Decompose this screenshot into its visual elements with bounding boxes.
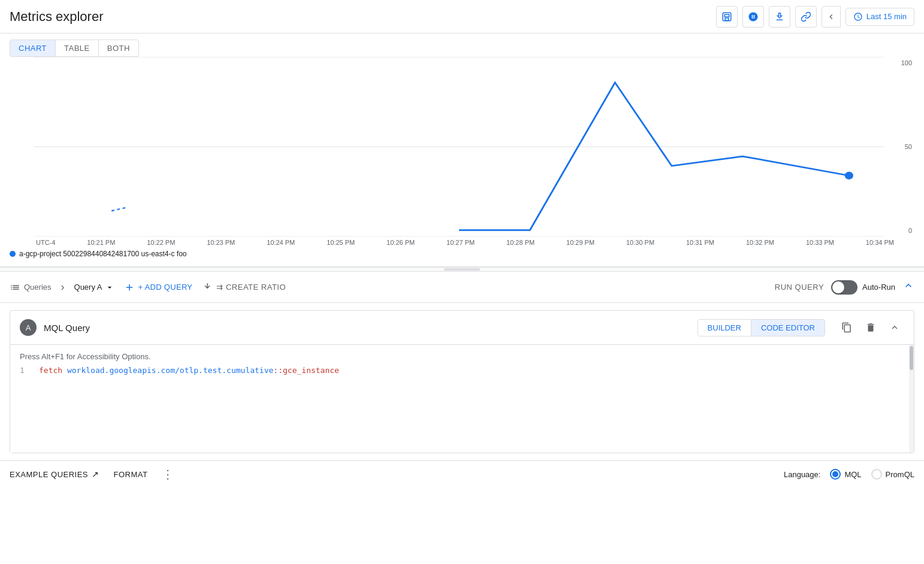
query-selector[interactable]: Query A bbox=[74, 283, 114, 292]
radio-promql[interactable]: PromQL bbox=[871, 469, 914, 480]
vertical-scrollbar[interactable] bbox=[909, 345, 914, 453]
tab-chart[interactable]: CHART bbox=[10, 40, 56, 57]
radio-promql-circle bbox=[871, 469, 882, 480]
chart-area: CHART TABLE BOTH 100 50 0 bbox=[0, 34, 924, 267]
app-header: Metrics explorer bbox=[0, 0, 924, 34]
format-label: FORMAT bbox=[114, 470, 148, 479]
breadcrumb-chevron: › bbox=[61, 281, 65, 293]
radio-mql-inner bbox=[832, 471, 838, 477]
link-icon[interactable] bbox=[795, 6, 817, 28]
code-line-1: 1 fetch workload.googleapis.com/otlp.tes… bbox=[20, 366, 904, 375]
save-dashboard-icon[interactable] bbox=[716, 6, 738, 28]
x-label-10: 10:30 PM bbox=[626, 239, 654, 246]
radio-mql-label: MQL bbox=[844, 470, 861, 479]
y-label-0: 0 bbox=[908, 227, 912, 234]
delete-button[interactable] bbox=[861, 318, 880, 337]
dropdown-icon bbox=[105, 283, 114, 292]
language-selector: Language: MQL PromQL bbox=[784, 469, 914, 480]
header-actions: Last 15 min bbox=[716, 6, 914, 28]
x-label-12: 10:32 PM bbox=[746, 239, 774, 246]
tab-table[interactable]: TABLE bbox=[56, 40, 99, 57]
svg-line-6 bbox=[111, 208, 126, 211]
create-ratio-label: ⇉ CREATE RATIO bbox=[216, 283, 286, 292]
radio-mql-circle bbox=[830, 469, 841, 480]
editor-title: MQL Query bbox=[44, 323, 90, 333]
run-query-button[interactable]: RUN QUERY bbox=[775, 283, 824, 292]
x-label-2: 10:22 PM bbox=[147, 239, 175, 246]
editor-actions bbox=[837, 318, 904, 337]
radio-group: MQL PromQL bbox=[830, 469, 914, 480]
download-icon[interactable] bbox=[769, 6, 790, 28]
x-label-8: 10:28 PM bbox=[506, 239, 535, 246]
language-label: Language: bbox=[784, 470, 820, 479]
x-label-6: 10:26 PM bbox=[386, 239, 415, 246]
tab-both[interactable]: BOTH bbox=[99, 40, 139, 57]
collapse-panel-icon[interactable] bbox=[822, 6, 841, 28]
resize-bar bbox=[444, 268, 480, 271]
queries-nav[interactable]: Queries bbox=[10, 282, 52, 293]
format-button[interactable]: FORMAT bbox=[114, 470, 148, 479]
x-label-13: 10:33 PM bbox=[806, 239, 834, 246]
x-axis: UTC-4 10:21 PM 10:22 PM 10:23 PM 10:24 P… bbox=[0, 236, 924, 246]
code-url: workload.googleapis.com/otlp.test.cumula… bbox=[67, 366, 273, 375]
editor-footer: EXAMPLE QUERIES ↗ FORMAT ⋮ Language: MQL… bbox=[0, 460, 924, 487]
x-label-3: 10:23 PM bbox=[207, 239, 235, 246]
example-queries-label: EXAMPLE QUERIES bbox=[10, 470, 88, 479]
radio-promql-label: PromQL bbox=[886, 470, 914, 479]
x-label-4: 10:24 PM bbox=[267, 239, 295, 246]
page-title: Metrics explorer bbox=[10, 9, 103, 25]
x-label-7: 10:27 PM bbox=[446, 239, 475, 246]
toggle-thumb bbox=[832, 281, 844, 293]
scrollbar-thumb bbox=[910, 346, 913, 370]
add-query-button[interactable]: + ADD QUERY bbox=[124, 282, 193, 293]
auto-run-label: Auto-Run bbox=[862, 283, 895, 292]
y-axis: 100 50 0 bbox=[890, 57, 914, 236]
editor-tab-group: BUILDER CODE EDITOR bbox=[697, 319, 825, 336]
accessibility-hint: Press Alt+F1 for Accessibility Options. bbox=[20, 352, 904, 361]
legend-dot bbox=[10, 251, 16, 257]
create-ratio-button[interactable]: ⇉ CREATE RATIO bbox=[202, 282, 286, 293]
chart-legend: a-gcp-project 5002298440842481700 us-eas… bbox=[0, 246, 924, 262]
example-queries-button[interactable]: EXAMPLE QUERIES ↗ bbox=[10, 469, 99, 479]
add-query-label: + ADD QUERY bbox=[138, 283, 193, 292]
code-separator: :: bbox=[273, 366, 283, 375]
query-avatar: A bbox=[20, 319, 37, 336]
radio-mql[interactable]: MQL bbox=[830, 469, 861, 480]
query-name: Query A bbox=[74, 283, 102, 292]
list-icon bbox=[10, 282, 20, 293]
editor-body[interactable]: Press Alt+F1 for Accessibility Options. … bbox=[10, 345, 914, 453]
code-path: gce_instance bbox=[283, 366, 339, 375]
query-bar-right: RUN QUERY Auto-Run bbox=[775, 280, 914, 295]
chart-svg bbox=[34, 57, 884, 236]
svg-point-7 bbox=[845, 172, 853, 180]
time-range-label: Last 15 min bbox=[866, 12, 907, 21]
expand-collapse-button[interactable] bbox=[885, 318, 904, 337]
code-content-1: fetch workload.googleapis.com/otlp.test.… bbox=[39, 366, 339, 375]
mql-editor-section: A MQL Query BUILDER CODE EDITOR bbox=[10, 310, 914, 453]
ratio-icon bbox=[202, 282, 213, 293]
toggle-track[interactable] bbox=[831, 280, 857, 295]
editor-header: A MQL Query BUILDER CODE EDITOR bbox=[10, 311, 914, 345]
resize-handle[interactable] bbox=[0, 267, 924, 272]
y-label-100: 100 bbox=[901, 59, 912, 66]
queries-label-text: Queries bbox=[24, 283, 52, 292]
x-label-tz: UTC-4 bbox=[36, 239, 55, 246]
settings-icon[interactable] bbox=[742, 6, 764, 28]
tab-code-editor[interactable]: CODE EDITOR bbox=[751, 320, 825, 336]
more-options-button[interactable]: ⋮ bbox=[162, 467, 174, 481]
chart-canvas: 100 50 0 bbox=[10, 57, 914, 236]
y-label-50: 50 bbox=[905, 143, 912, 150]
time-range-selector[interactable]: Last 15 min bbox=[846, 8, 914, 26]
query-bar: Queries › Query A + ADD QUERY ⇉ CREATE R… bbox=[0, 272, 924, 303]
auto-run-toggle[interactable]: Auto-Run bbox=[831, 280, 895, 295]
svg-rect-1 bbox=[724, 14, 729, 17]
tab-builder[interactable]: BUILDER bbox=[698, 320, 751, 336]
x-label-9: 10:29 PM bbox=[566, 239, 594, 246]
line-chart bbox=[34, 57, 884, 236]
collapse-editor-button[interactable] bbox=[902, 280, 914, 295]
x-label-14: 10:34 PM bbox=[866, 239, 894, 246]
x-label-5: 10:25 PM bbox=[327, 239, 355, 246]
svg-rect-2 bbox=[725, 18, 729, 20]
chart-tab-group: CHART TABLE BOTH bbox=[0, 34, 924, 57]
copy-button[interactable] bbox=[837, 318, 856, 337]
